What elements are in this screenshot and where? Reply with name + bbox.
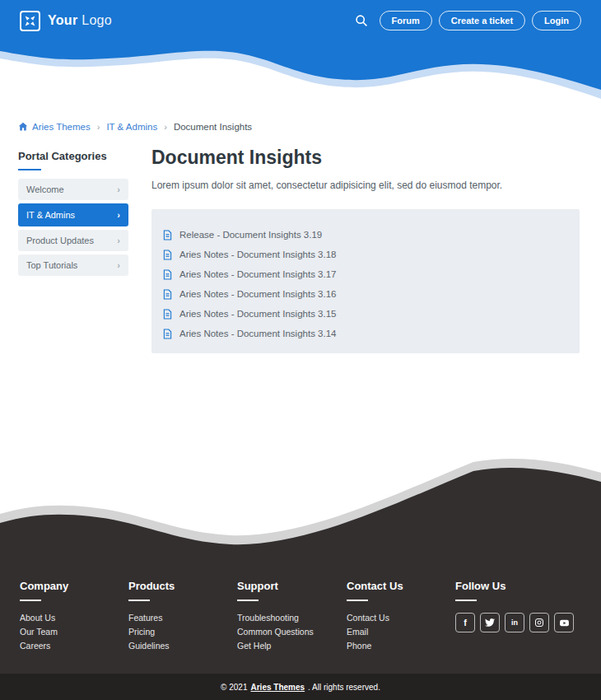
document-link-label: Aries Notes - Document Insights 3.15 bbox=[179, 309, 336, 319]
footer-link[interactable]: Our Team bbox=[20, 627, 128, 637]
sidebar-item-label: Product Updates bbox=[26, 236, 94, 245]
linkedin-icon[interactable]: in bbox=[505, 613, 524, 632]
sidebar-item-top-tutorials[interactable]: Top Tutorials › bbox=[18, 254, 128, 276]
document-link[interactable]: Aries Notes - Document Insights 3.17 bbox=[163, 264, 566, 284]
sidebar-title: Portal Categories bbox=[18, 150, 128, 170]
footer-link[interactable]: Pricing bbox=[128, 627, 237, 637]
breadcrumb-home-link[interactable]: Aries Themes bbox=[18, 122, 91, 132]
header-wave-decoration bbox=[0, 41, 601, 99]
footer: Company About Us Our Team Careers Produc… bbox=[0, 555, 601, 674]
breadcrumb-current-page: Document Insights bbox=[174, 122, 252, 132]
sidebar-item-it-admins[interactable]: IT & Admins › bbox=[18, 203, 128, 226]
document-link-label: Aries Notes - Document Insights 3.17 bbox=[179, 269, 336, 279]
copyright-bar: © 2021 Aries Themes . All rights reserve… bbox=[0, 674, 601, 700]
footer-column-contact: Contact Us Contact Us Email Phone bbox=[347, 580, 455, 674]
login-button[interactable]: Login bbox=[532, 11, 581, 30]
document-link-label: Release - Document Insights 3.19 bbox=[179, 230, 322, 240]
document-link[interactable]: Aries Notes - Document Insights 3.15 bbox=[163, 304, 566, 324]
footer-title-underline bbox=[455, 600, 477, 601]
footer-column-title: Follow Us bbox=[455, 580, 587, 592]
footer-link[interactable]: Contact Us bbox=[347, 613, 455, 623]
document-link-label: Aries Notes - Document Insights 3.18 bbox=[179, 250, 336, 259]
footer-column-title: Contact Us bbox=[347, 580, 455, 592]
page-title: Document Insights bbox=[151, 147, 580, 169]
chevron-right-icon: › bbox=[117, 184, 120, 194]
footer-link[interactable]: Troubleshooting bbox=[237, 613, 347, 623]
document-link-label: Aries Notes - Document Insights 3.16 bbox=[179, 289, 336, 299]
youtube-icon[interactable] bbox=[554, 613, 574, 632]
instagram-icon[interactable] bbox=[529, 613, 549, 632]
breadcrumb-separator: › bbox=[97, 122, 100, 132]
footer-column-products: Products Features Pricing Guidelines bbox=[128, 580, 237, 674]
portal-categories-sidebar: Portal Categories Welcome › IT & Admins … bbox=[18, 150, 128, 276]
footer-column-title: Support bbox=[237, 580, 347, 592]
footer-title-underline bbox=[347, 600, 368, 601]
footer-title-underline bbox=[128, 600, 150, 601]
chevron-right-icon: › bbox=[117, 236, 120, 245]
create-ticket-button[interactable]: Create a ticket bbox=[439, 11, 525, 30]
chevron-right-icon: › bbox=[117, 210, 120, 220]
footer-link[interactable]: Careers bbox=[20, 641, 128, 651]
logo[interactable]: Your Logo bbox=[20, 11, 112, 31]
sidebar-title-underline bbox=[18, 169, 41, 170]
header-nav: Forum Create a ticket Login bbox=[355, 11, 581, 30]
chevron-right-icon: › bbox=[117, 260, 120, 270]
footer-column-support: Support Troubleshooting Common Questions… bbox=[237, 580, 347, 674]
page-subtitle: Lorem ipsum dolor sit amet, consectetur … bbox=[151, 180, 580, 191]
footer-link[interactable]: Email bbox=[347, 627, 455, 637]
document-link[interactable]: Aries Notes - Document Insights 3.18 bbox=[163, 245, 566, 264]
twitter-icon[interactable] bbox=[480, 613, 500, 632]
top-header: Your Logo Forum Create a ticket Login bbox=[0, 0, 601, 41]
footer-title-underline bbox=[237, 600, 259, 601]
category-list: Welcome › IT & Admins › Product Updates … bbox=[18, 179, 128, 276]
file-icon bbox=[163, 230, 172, 240]
search-icon[interactable] bbox=[355, 14, 368, 27]
main-content: Document Insights Lorem ipsum dolor sit … bbox=[151, 147, 580, 353]
breadcrumb-category-link[interactable]: IT & Admins bbox=[106, 122, 157, 132]
footer-link[interactable]: Features bbox=[128, 613, 237, 623]
footer-link[interactable]: Guidelines bbox=[128, 641, 237, 651]
file-icon bbox=[163, 269, 172, 280]
logo-text-light: Logo bbox=[82, 13, 112, 27]
sidebar-item-label: IT & Admins bbox=[26, 210, 75, 220]
copyright-text: . All rights reserved. bbox=[308, 683, 380, 692]
help-center-page: Your Logo Forum Create a ticket Login Ar… bbox=[0, 0, 601, 700]
compress-logo-icon bbox=[20, 11, 40, 31]
footer-column-company: Company About Us Our Team Careers bbox=[20, 580, 128, 674]
document-link[interactable]: Aries Notes - Document Insights 3.16 bbox=[163, 284, 566, 304]
document-link[interactable]: Release - Document Insights 3.19 bbox=[163, 225, 566, 245]
document-link[interactable]: Aries Notes - Document Insights 3.14 bbox=[163, 324, 566, 343]
footer-link[interactable]: Common Questions bbox=[237, 627, 347, 637]
file-icon bbox=[163, 329, 172, 339]
footer-link[interactable]: About Us bbox=[20, 613, 128, 623]
sidebar-item-welcome[interactable]: Welcome › bbox=[18, 179, 128, 200]
logo-text: Your Logo bbox=[48, 13, 112, 28]
social-links: f in bbox=[455, 613, 587, 632]
home-icon bbox=[18, 122, 28, 132]
breadcrumb: Aries Themes › IT & Admins › Document In… bbox=[18, 122, 252, 132]
sidebar-item-label: Top Tutorials bbox=[26, 260, 77, 270]
facebook-icon[interactable]: f bbox=[455, 613, 475, 632]
sidebar-item-label: Welcome bbox=[26, 184, 64, 194]
breadcrumb-item-label: Aries Themes bbox=[32, 122, 91, 132]
file-icon bbox=[163, 289, 172, 300]
footer-wave-decoration bbox=[0, 457, 601, 556]
footer-column-follow-us: Follow Us f in bbox=[455, 580, 587, 674]
logo-text-bold: Your bbox=[48, 13, 77, 27]
footer-column-title: Company bbox=[20, 580, 128, 592]
copyright-text: © 2021 bbox=[221, 683, 247, 692]
footer-title-underline bbox=[20, 600, 41, 601]
footer-column-title: Products bbox=[128, 580, 237, 592]
document-link-label: Aries Notes - Document Insights 3.14 bbox=[179, 329, 336, 338]
copyright-brand-link[interactable]: Aries Themes bbox=[251, 683, 305, 692]
file-icon bbox=[163, 250, 172, 260]
forum-button[interactable]: Forum bbox=[380, 11, 432, 30]
file-icon bbox=[163, 309, 172, 320]
breadcrumb-separator: › bbox=[164, 122, 167, 132]
footer-link[interactable]: Phone bbox=[347, 641, 455, 651]
footer-link[interactable]: Get Help bbox=[237, 641, 347, 651]
document-list-panel: Release - Document Insights 3.19 Aries N… bbox=[151, 209, 580, 353]
sidebar-item-product-updates[interactable]: Product Updates › bbox=[18, 230, 128, 251]
